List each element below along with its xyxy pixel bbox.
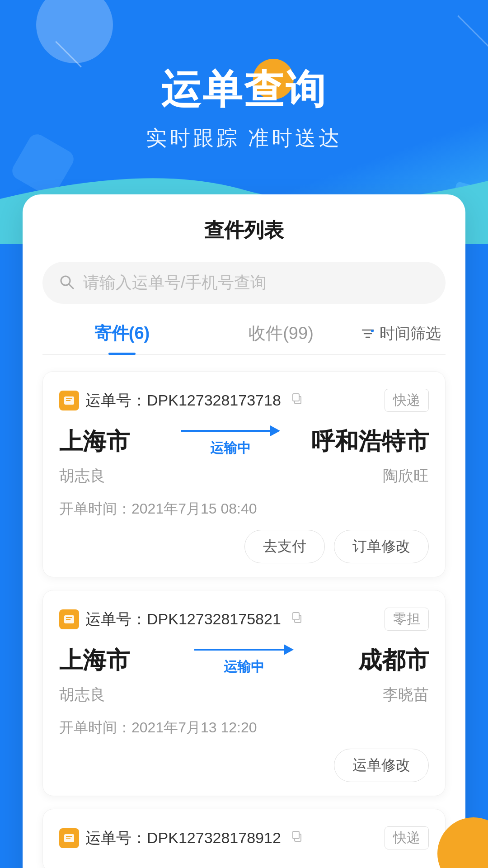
route-arrow-head-2: [284, 644, 294, 655]
svg-point-2: [371, 330, 374, 332]
shipment-card-1: 运单号：DPK127328173718 快递 上海市 运输中 呼和浩特市: [42, 371, 446, 577]
sender-name-1: 胡志良: [59, 466, 150, 486]
waybill-icon-3: [59, 828, 79, 848]
deco-circle-top-left: [36, 0, 113, 63]
shipment-card-3-partial: 运单号：DPK127328178912 快递: [42, 809, 446, 868]
search-placeholder: 请输入运单号/手机号查询: [83, 272, 429, 294]
from-city-1: 上海市: [59, 426, 150, 458]
waybill-number-1: 运单号：DPK127328173718: [85, 390, 281, 411]
route-name-row-1: 胡志良 陶欣旺: [59, 466, 429, 486]
card-top-row-1: 运单号：DPK127328173718 快递: [59, 389, 429, 412]
open-time-2: 开单时间：2021年7月13 12:20: [59, 718, 429, 738]
route-row-1: 上海市 运输中 呼和浩特市: [59, 425, 429, 458]
copy-icon-2[interactable]: [291, 611, 305, 628]
card-top-left-2: 运单号：DPK127328175821: [59, 609, 305, 630]
card-top-row-3: 运单号：DPK127328178912 快递: [59, 826, 429, 849]
svg-rect-12: [293, 613, 299, 620]
route-middle-2: 运输中: [150, 644, 338, 676]
card-tag-1: 快递: [385, 389, 429, 412]
shipment-card-2: 运单号：DPK127328175821 零担 上海市 运输中 成都市: [42, 590, 446, 796]
tab-sent[interactable]: 寄件(6): [42, 322, 202, 354]
waybill-number-3: 运单号：DPK127328178912: [85, 828, 281, 849]
route-name-row-2: 胡志良 李晓苗: [59, 684, 429, 705]
copy-icon-3[interactable]: [291, 830, 305, 847]
route-arrow-line-2: [194, 649, 284, 651]
card-top-row-2: 运单号：DPK127328175821 零担: [59, 608, 429, 631]
route-status-1: 运输中: [210, 439, 251, 458]
filter-label: 时间筛选: [380, 323, 441, 344]
main-content-card: 查件列表 请输入运单号/手机号查询 寄件(6) 收件(99) 时间筛选: [23, 194, 465, 868]
waybill-icon-1: [59, 391, 79, 410]
svg-line-1: [69, 284, 73, 288]
to-city-1: 呼和浩特市: [311, 426, 429, 458]
modify-order-button-1[interactable]: 订单修改: [334, 530, 429, 563]
receiver-name-1: 陶欣旺: [338, 466, 429, 486]
open-time-1: 开单时间：2021年7月15 08:40: [59, 499, 429, 519]
svg-rect-7: [293, 394, 299, 401]
search-icon: [59, 274, 75, 292]
route-arrow-head-1: [270, 425, 280, 436]
from-city-2: 上海市: [59, 645, 150, 676]
route-arrow-1: [181, 425, 280, 436]
route-middle-1: 运输中: [150, 425, 311, 458]
sender-name-2: 胡志良: [59, 684, 150, 705]
search-bar[interactable]: 请输入运单号/手机号查询: [42, 262, 446, 304]
tab-received[interactable]: 收件(99): [202, 322, 361, 354]
receiver-name-2: 李晓苗: [338, 684, 429, 705]
waybill-icon-2: [59, 609, 79, 629]
pay-button-1[interactable]: 去支付: [244, 530, 325, 563]
svg-rect-17: [293, 831, 299, 839]
card-tag-3: 快递: [385, 826, 429, 849]
modify-waybill-button-2[interactable]: 运单修改: [334, 749, 429, 782]
copy-icon-1[interactable]: [291, 392, 305, 409]
tabs-row: 寄件(6) 收件(99) 时间筛选: [42, 322, 446, 355]
tab-filter[interactable]: 时间筛选: [361, 323, 446, 353]
card-list-title: 查件列表: [42, 217, 446, 244]
waybill-number-2: 运单号：DPK127328175821: [85, 609, 281, 630]
route-status-2: 运输中: [224, 658, 264, 676]
card-actions-2: 运单修改: [59, 749, 429, 782]
route-row-2: 上海市 运输中 成都市: [59, 644, 429, 676]
main-title: 运单查询: [0, 68, 488, 112]
sub-title: 实时跟踪 准时送达: [0, 124, 488, 152]
route-arrow-2: [194, 644, 294, 655]
card-actions-1: 去支付 订单修改: [59, 530, 429, 563]
card-tag-2: 零担: [385, 608, 429, 631]
header-title-area: 运单查询 实时跟踪 准时送达: [0, 68, 488, 152]
to-city-2: 成都市: [338, 645, 429, 676]
route-arrow-line-1: [181, 430, 270, 432]
card-top-left-3: 运单号：DPK127328178912: [59, 828, 305, 849]
deco-slash-top-right: [457, 15, 488, 48]
filter-icon: [361, 326, 375, 341]
card-top-left-1: 运单号：DPK127328173718: [59, 390, 305, 411]
